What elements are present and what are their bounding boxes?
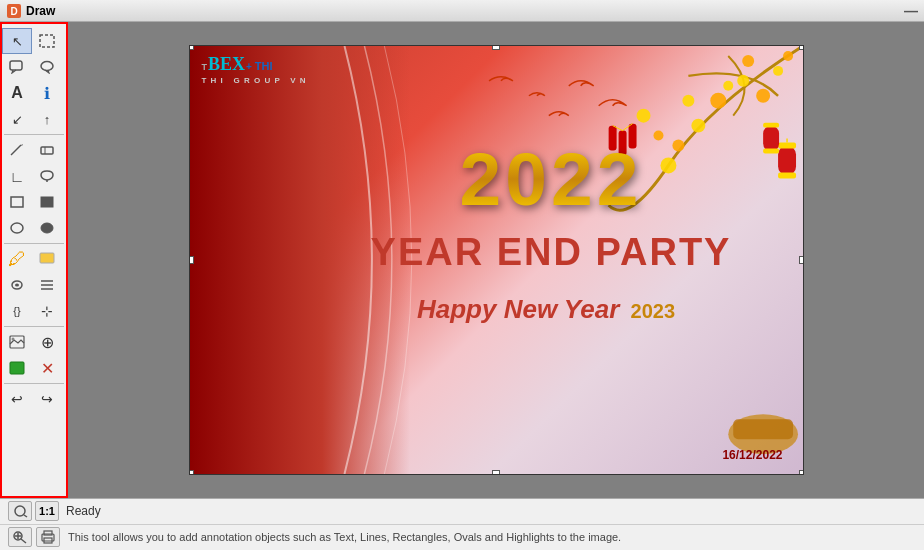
svg-point-25	[691, 119, 705, 133]
toolbar-row-9: 🖊	[2, 246, 66, 272]
handle-top-right[interactable]	[799, 45, 804, 50]
svg-rect-22	[10, 362, 24, 374]
tool-delete[interactable]: ✕	[32, 355, 62, 381]
svg-point-26	[710, 93, 726, 109]
tool-image[interactable]	[2, 329, 32, 355]
tool-color[interactable]	[32, 246, 62, 272]
status-hint-text: This tool allows you to add annotation o…	[68, 531, 621, 543]
main-area: ↖ A ℹ ↙ ↑	[0, 22, 924, 498]
zoom-fit-button[interactable]	[8, 501, 32, 521]
svg-line-53	[21, 539, 26, 543]
svg-point-29	[773, 66, 783, 76]
tool-info[interactable]: ℹ	[32, 80, 62, 106]
svg-line-5	[11, 145, 21, 155]
svg-point-13	[41, 223, 53, 233]
tool-select[interactable]: ↖	[2, 28, 32, 54]
tool-pen[interactable]	[2, 137, 32, 163]
status-bar-bottom: This tool allows you to add annotation o…	[0, 525, 924, 550]
poster-title: YEAR END PARTY	[310, 231, 793, 274]
svg-point-30	[742, 55, 754, 67]
poster: T BEX + THI T H I G R O U P V N 2022 YEA…	[190, 46, 803, 474]
tool-callout2[interactable]	[32, 54, 62, 80]
svg-point-31	[723, 81, 733, 91]
poster-subtitle: Happy New Year 2023	[320, 294, 773, 325]
handle-middle-right[interactable]	[799, 256, 804, 264]
svg-point-34	[636, 109, 650, 123]
svg-rect-57	[44, 531, 52, 535]
svg-point-12	[11, 223, 23, 233]
toolbar-row-5	[2, 137, 66, 163]
toolbar-row-2	[2, 54, 66, 80]
svg-point-4	[41, 62, 53, 71]
tool-stamp[interactable]	[2, 272, 32, 298]
tool-circle-filled[interactable]	[32, 215, 62, 241]
tool-undo[interactable]: ↩	[2, 386, 32, 412]
tool-lasso[interactable]	[32, 163, 62, 189]
status-bar: 1:1 Ready This tool allows you to add an…	[0, 498, 924, 550]
svg-point-21	[12, 338, 15, 341]
window-title: Draw	[26, 4, 904, 18]
poster-logo: T BEX + THI T H I G R O U P V N	[202, 54, 307, 85]
tool-cursor-select[interactable]: ⊹	[32, 298, 62, 324]
tool-rect-empty[interactable]	[2, 189, 32, 215]
tool-text[interactable]: A	[2, 80, 32, 106]
handle-middle-left[interactable]	[189, 256, 194, 264]
handle-top-center[interactable]	[492, 45, 500, 50]
toolbar-row-8	[2, 215, 66, 241]
tool-redo[interactable]: ↪	[32, 386, 62, 412]
handle-bottom-center[interactable]	[492, 470, 500, 475]
status-bar-top: 1:1 Ready	[0, 499, 924, 525]
svg-point-32	[682, 95, 694, 107]
svg-rect-41	[763, 123, 779, 128]
tool-lines[interactable]	[32, 272, 62, 298]
svg-rect-2	[40, 35, 54, 47]
svg-point-16	[15, 284, 19, 287]
toolbar-row-11: {} ⊹	[2, 298, 66, 324]
svg-point-50	[15, 506, 25, 516]
tool-circle-empty[interactable]	[2, 215, 32, 241]
handle-top-left[interactable]	[189, 45, 194, 50]
svg-line-51	[24, 515, 27, 517]
canvas-area[interactable]: T BEX + THI T H I G R O U P V N 2022 YEA…	[68, 22, 924, 498]
handle-bottom-left[interactable]	[189, 470, 194, 475]
svg-point-35	[783, 51, 793, 61]
toolbar-row-13: ✕	[2, 355, 66, 381]
toolbar-row-10	[2, 272, 66, 298]
app-icon: D	[6, 3, 22, 19]
svg-point-28	[756, 89, 770, 103]
tool-rect-filled[interactable]	[32, 189, 62, 215]
title-bar: D Draw —	[0, 0, 924, 22]
toolbar-row-7	[2, 189, 66, 215]
tool-arrow-diag[interactable]: ↙	[2, 106, 32, 132]
toolbar: ↖ A ℹ ↙ ↑	[0, 22, 68, 498]
toolbar-row-4: ↙ ↑	[2, 106, 66, 132]
svg-rect-44	[733, 419, 793, 439]
tool-arrow-up[interactable]: ↑	[32, 106, 62, 132]
zoom-in-button[interactable]	[8, 527, 32, 547]
tool-code[interactable]: {}	[2, 298, 32, 324]
toolbar-row-6: ∟	[2, 163, 66, 189]
tool-select-rect[interactable]	[32, 28, 62, 54]
tool-highlight[interactable]: 🖊	[2, 246, 32, 272]
tool-eraser[interactable]	[32, 137, 62, 163]
toolbar-row-1: ↖	[2, 28, 66, 54]
tool-green-rect[interactable]	[2, 355, 32, 381]
poster-year: 2022	[320, 136, 783, 222]
svg-rect-7	[41, 147, 53, 154]
svg-text:D: D	[10, 6, 17, 17]
toolbar-row-3: A ℹ	[2, 80, 66, 106]
svg-rect-3	[10, 61, 22, 70]
tool-angle[interactable]: ∟	[2, 163, 32, 189]
separator-3	[4, 326, 64, 327]
separator-1	[4, 134, 64, 135]
zoom-1to1-button[interactable]: 1:1	[35, 501, 59, 521]
tool-callout[interactable]	[2, 54, 32, 80]
separator-2	[4, 243, 64, 244]
svg-point-27	[737, 75, 749, 87]
handle-bottom-right[interactable]	[799, 470, 804, 475]
toolbar-row-undo: ↩ ↪	[2, 386, 66, 412]
print-button[interactable]	[36, 527, 60, 547]
svg-line-48	[612, 126, 622, 131]
minimize-button[interactable]: —	[904, 3, 918, 19]
tool-add-circle[interactable]: ⊕	[32, 329, 62, 355]
